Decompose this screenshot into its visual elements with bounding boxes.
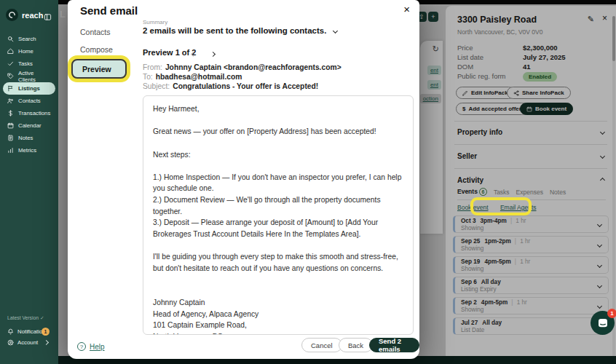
sidebar-collapse-icon[interactable] bbox=[44, 11, 52, 24]
send-emails-button[interactable]: Send 2 emails bbox=[369, 338, 419, 352]
chat-widget-button[interactable]: 1 bbox=[591, 311, 615, 335]
sidebar-item-account[interactable]: Account bbox=[7, 337, 55, 348]
sidebar-item-notes[interactable]: Notes bbox=[3, 132, 55, 144]
email-agents-highlight-annotation bbox=[470, 197, 532, 215]
preview-counter: Preview 1 of 2 bbox=[143, 48, 196, 57]
sidebar-item-calendar[interactable]: Calendar bbox=[3, 119, 55, 132]
sidebar-footer: Latest Version ✓ Notifications 1 Account bbox=[7, 315, 55, 348]
chat-notification-badge: 1 bbox=[607, 309, 616, 318]
email-body-preview: Hey Harmeet, Great news — your offer on … bbox=[143, 95, 414, 335]
bar-chart-icon bbox=[7, 147, 14, 154]
summary-text: 2 emails will be sent to the following c… bbox=[143, 26, 337, 35]
sidebar-item-transactions[interactable]: Transactions bbox=[3, 107, 55, 119]
sidebar-item-tasks[interactable]: Tasks bbox=[3, 58, 55, 70]
check-icon bbox=[7, 60, 14, 67]
email-to: To:hbadhesa@hotmail.com bbox=[143, 73, 242, 81]
chevron-down-icon[interactable] bbox=[333, 28, 338, 33]
sidebar-item-contacts[interactable]: Contacts bbox=[3, 95, 55, 107]
send-email-modal: Send email × Contacts Compose Preview Su… bbox=[68, 0, 419, 359]
sidebar-item-notifications[interactable]: Notifications 1 bbox=[7, 326, 55, 337]
sidebar-nav: Search Home Tasks Active Clients Listing… bbox=[3, 33, 55, 157]
sidebar-item-listings[interactable]: Listings bbox=[3, 82, 55, 95]
sidebar-item-search[interactable]: Search bbox=[3, 33, 55, 45]
summary-label: Summary bbox=[143, 19, 167, 25]
dollar-icon bbox=[7, 110, 14, 116]
help-link[interactable]: ? Help bbox=[77, 342, 105, 351]
tag-icon bbox=[7, 73, 14, 79]
flag-icon bbox=[7, 85, 14, 92]
home-icon bbox=[7, 48, 14, 55]
modal-title: Send email bbox=[80, 4, 138, 17]
person-icon bbox=[7, 339, 14, 346]
email-subject: Subject:Congratulations - Your offer is … bbox=[143, 82, 318, 90]
chat-icon bbox=[597, 317, 609, 329]
version-text: Latest Version ✓ bbox=[7, 315, 55, 321]
sidebar-item-active-clients[interactable]: Active Clients bbox=[3, 70, 55, 82]
app-logo[interactable]: reach bbox=[6, 9, 43, 21]
tab-preview[interactable]: Preview bbox=[71, 59, 127, 79]
notifications-badge: 1 bbox=[42, 328, 50, 336]
reach-logo-icon bbox=[6, 9, 18, 21]
bell-icon bbox=[7, 328, 14, 335]
tab-contacts[interactable]: Contacts bbox=[80, 28, 110, 36]
screen: L ⇪ + ↻ ent ent oction 3300 Paisley Road… bbox=[0, 0, 616, 364]
back-button[interactable]: Back bbox=[339, 338, 373, 352]
sidebar-item-metrics[interactable]: Metrics bbox=[3, 144, 55, 157]
preview-next-button[interactable] bbox=[211, 49, 215, 58]
chevron-right-icon bbox=[44, 340, 49, 345]
sidebar-item-home[interactable]: Home bbox=[3, 45, 55, 58]
email-from: From:Johnny Captain <brandon@reachforage… bbox=[143, 63, 341, 71]
tab-compose[interactable]: Compose bbox=[80, 45, 113, 54]
calendar-icon bbox=[7, 122, 14, 129]
close-icon[interactable]: × bbox=[403, 3, 410, 15]
question-icon: ? bbox=[77, 342, 86, 351]
app-name: reach bbox=[22, 11, 43, 20]
cancel-button[interactable]: Cancel bbox=[301, 338, 342, 352]
note-icon bbox=[7, 135, 14, 141]
people-icon bbox=[7, 98, 14, 104]
search-icon bbox=[7, 36, 14, 42]
preview-prev-button[interactable] bbox=[191, 49, 195, 58]
sidebar: reach Search Home Tasks Active Clients bbox=[0, 0, 58, 364]
